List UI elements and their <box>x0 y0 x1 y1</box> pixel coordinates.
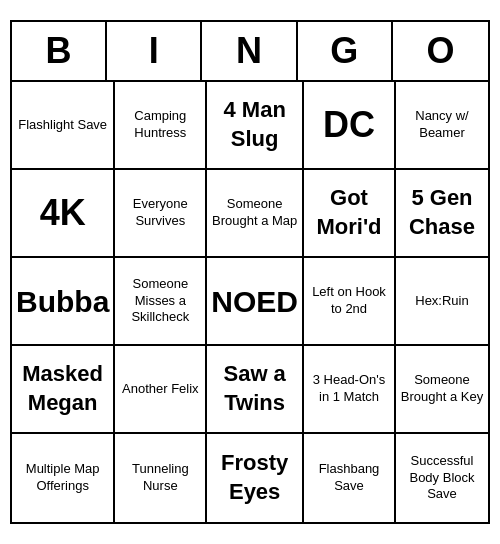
bingo-cell-5[interactable]: 4K <box>12 170 115 258</box>
header-letter-i: I <box>107 22 202 80</box>
bingo-cell-13[interactable]: Left on Hook to 2nd <box>304 258 396 346</box>
bingo-cell-8[interactable]: Got Mori'd <box>304 170 396 258</box>
bingo-cell-20[interactable]: Multiple Map Offerings <box>12 434 115 522</box>
bingo-cell-10[interactable]: Bubba <box>12 258 115 346</box>
bingo-cell-19[interactable]: Someone Brought a Key <box>396 346 488 434</box>
bingo-cell-18[interactable]: 3 Head-On's in 1 Match <box>304 346 396 434</box>
bingo-cell-1[interactable]: Camping Huntress <box>115 82 207 170</box>
bingo-grid: Flashlight SaveCamping Huntress4 Man Slu… <box>12 82 488 522</box>
bingo-cell-9[interactable]: 5 Gen Chase <box>396 170 488 258</box>
bingo-cell-21[interactable]: Tunneling Nurse <box>115 434 207 522</box>
bingo-cell-7[interactable]: Someone Brought a Map <box>207 170 304 258</box>
bingo-cell-11[interactable]: Someone Misses a Skillcheck <box>115 258 207 346</box>
header-letter-b: B <box>12 22 107 80</box>
bingo-cell-17[interactable]: Saw a Twins <box>207 346 304 434</box>
bingo-cell-2[interactable]: 4 Man Slug <box>207 82 304 170</box>
bingo-cell-12[interactable]: NOED <box>207 258 304 346</box>
header-letter-n: N <box>202 22 297 80</box>
bingo-card: BINGO Flashlight SaveCamping Huntress4 M… <box>10 20 490 524</box>
bingo-header: BINGO <box>12 22 488 82</box>
bingo-cell-14[interactable]: Hex:Ruin <box>396 258 488 346</box>
header-letter-o: O <box>393 22 488 80</box>
header-letter-g: G <box>298 22 393 80</box>
bingo-cell-0[interactable]: Flashlight Save <box>12 82 115 170</box>
bingo-cell-6[interactable]: Everyone Survives <box>115 170 207 258</box>
bingo-cell-23[interactable]: Flashbang Save <box>304 434 396 522</box>
bingo-cell-24[interactable]: Successful Body Block Save <box>396 434 488 522</box>
bingo-cell-4[interactable]: Nancy w/ Beamer <box>396 82 488 170</box>
bingo-cell-22[interactable]: Frosty Eyes <box>207 434 304 522</box>
bingo-cell-16[interactable]: Another Felix <box>115 346 207 434</box>
bingo-cell-3[interactable]: DC <box>304 82 396 170</box>
bingo-cell-15[interactable]: Masked Megan <box>12 346 115 434</box>
